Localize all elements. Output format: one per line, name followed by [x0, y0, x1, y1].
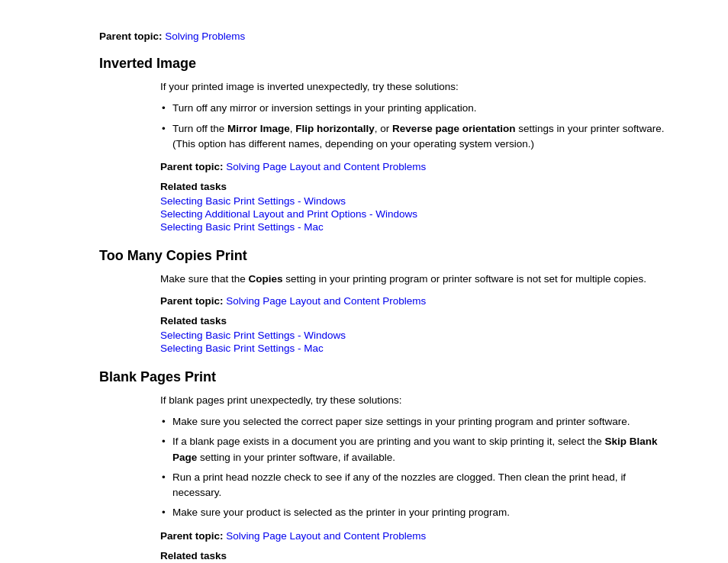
too-many-copies-section: Too Many Copies Print Make sure that the…	[99, 248, 667, 354]
parent-topic-line-top: Parent topic: Solving Problems	[99, 31, 667, 42]
bullet-item: Turn off the Mirror Image, Flip horizont…	[160, 121, 667, 153]
blank-pages-parent-topic: Parent topic: Solving Page Layout and Co…	[160, 529, 667, 544]
blank-pages-intro: If blank pages print unexpectedly, try t…	[160, 393, 667, 408]
inverted-image-bullets: Turn off any mirror or inversion setting…	[160, 101, 667, 152]
solving-page-layout-link-3[interactable]: Solving Page Layout and Content Problems	[226, 530, 426, 542]
page: Parent topic: Solving Problems Inverted …	[0, 0, 728, 563]
inverted-image-section: Parent topic: Solving Problems Inverted …	[99, 31, 667, 233]
selecting-basic-print-windows-link-2[interactable]: Selecting Basic Print Settings - Windows	[160, 330, 667, 341]
bullet-item: Run a print head nozzle check to see if …	[160, 470, 667, 501]
parent-topic-label: Parent topic:	[99, 31, 163, 42]
blank-pages-content: If blank pages print unexpectedly, try t…	[160, 393, 667, 563]
selecting-basic-print-mac-link-1[interactable]: Selecting Basic Print Settings - Mac	[160, 221, 667, 233]
parent-topic-label-4: Parent topic:	[160, 530, 224, 542]
inverted-image-content: If your printed image is inverted unexpe…	[160, 79, 667, 233]
solving-problems-link[interactable]: Solving Problems	[165, 31, 245, 42]
inverted-image-intro: If your printed image is inverted unexpe…	[160, 79, 667, 95]
blank-pages-section: Blank Pages Print If blank pages print u…	[99, 369, 667, 563]
blank-pages-heading: Blank Pages Print	[99, 369, 667, 385]
inverted-image-heading: Inverted Image	[99, 56, 667, 72]
parent-topic-label-2: Parent topic:	[160, 161, 224, 172]
selecting-basic-print-mac-link-2[interactable]: Selecting Basic Print Settings - Mac	[160, 343, 667, 354]
related-tasks-label-3: Related tasks	[160, 550, 667, 561]
inverted-image-parent-topic: Parent topic: Solving Page Layout and Co…	[160, 159, 667, 175]
too-many-copies-parent-topic: Parent topic: Solving Page Layout and Co…	[160, 294, 667, 309]
bullet-item: Make sure your product is selected as th…	[160, 505, 667, 520]
bullet-item: Make sure you selected the correct paper…	[160, 414, 667, 429]
selecting-additional-layout-link[interactable]: Selecting Additional Layout and Print Op…	[160, 208, 667, 220]
blank-pages-bullets: Make sure you selected the correct paper…	[160, 414, 667, 521]
too-many-copies-heading: Too Many Copies Print	[99, 248, 667, 264]
too-many-copies-body: Make sure that the Copies setting in you…	[160, 272, 667, 287]
bullet-item: Turn off any mirror or inversion setting…	[160, 101, 667, 116]
bullet-item: If a blank page exists in a document you…	[160, 434, 667, 465]
selecting-basic-print-windows-link-1[interactable]: Selecting Basic Print Settings - Windows	[160, 195, 667, 207]
too-many-copies-related-links: Selecting Basic Print Settings - Windows…	[160, 330, 667, 354]
too-many-copies-content: Make sure that the Copies setting in you…	[160, 272, 667, 354]
solving-page-layout-link-1[interactable]: Solving Page Layout and Content Problems	[226, 161, 426, 172]
inverted-image-related-links: Selecting Basic Print Settings - Windows…	[160, 195, 667, 233]
parent-topic-label-3: Parent topic:	[160, 295, 224, 307]
solving-page-layout-link-2[interactable]: Solving Page Layout and Content Problems	[226, 295, 426, 307]
related-tasks-label-2: Related tasks	[160, 315, 667, 327]
related-tasks-label-1: Related tasks	[160, 181, 667, 192]
